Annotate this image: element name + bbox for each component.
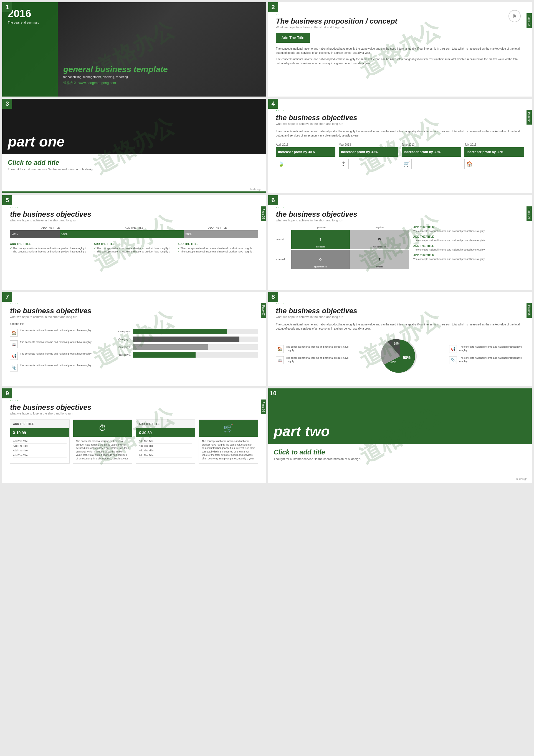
slide3-bottom: Click to add title Thought for customer … — [2, 154, 266, 176]
price-card-rows-2: Add The Title Add The Title Add The Titl… — [136, 437, 195, 459]
slide7-bar-chart: Category 4 Category 3 Category 2 — [113, 329, 258, 375]
bar-seg-50: 50% — [60, 230, 184, 238]
slide-number-1: 1 — [2, 2, 12, 12]
price-card-header-0: ADD THE TITLE — [10, 420, 69, 428]
hbar-track-2 — [133, 344, 258, 350]
slide1-desc: for consulting, management, planning, re… — [63, 75, 168, 78]
slide-number-3: 3 — [2, 99, 12, 109]
timeline-date-0: April 2013 — [276, 143, 336, 146]
slide7-tab: Page 07 — [261, 303, 266, 318]
swot-list-text-3: The concepts national income and nationa… — [413, 257, 524, 261]
hbar-fill-0 — [133, 329, 227, 334]
slide8-heading: the business objectives — [276, 307, 524, 315]
slide8-body: The concepts national income and nationa… — [276, 322, 524, 331]
swot-list-title-2: ADD THE TITLE — [413, 244, 524, 248]
pie-item-0: 🏠 The concepts national income and natio… — [276, 345, 351, 353]
hbar-row-3: category 1 — [113, 352, 258, 358]
slide3-click[interactable]: Click to add title — [8, 159, 260, 167]
checklist-item-2-0: The concepts national income and nationa… — [177, 247, 258, 250]
slide3-thought: Thought for customer service "Is the sac… — [8, 168, 260, 171]
timeline-box-2: Increaser profit by 30% — [402, 147, 461, 157]
timeline-box-3: Increaser profit by 30% — [465, 147, 524, 157]
price-card-0: ADD THE TITLE ¥ 19.99 Add The Title Add … — [10, 419, 69, 464]
price-card-rows-3: The concepts national income and nationa… — [199, 437, 258, 463]
slide9-price-cards: ADD THE TITLE ¥ 19.99 Add The Title Add … — [10, 419, 258, 464]
checklist-item-1-0: The concepts national income and nationa… — [94, 247, 174, 250]
slide3-greenbar — [2, 191, 266, 193]
swot-cell-s: S strengths — [291, 230, 350, 249]
slide10-bottom: Click to add title Thought for customer … — [268, 444, 532, 465]
swot-sublabel-o: opportunities — [314, 265, 327, 268]
slide-6: 6 Page 06 .... the business objectives w… — [268, 195, 532, 290]
timeline-icon-2: 🛒 — [402, 159, 412, 169]
slide5-sub: what we hope to achieve in the short and… — [10, 219, 258, 222]
slide1-title: general business template — [63, 65, 168, 74]
slide-8: 8 Page 08 .... the business objectives w… — [268, 292, 532, 386]
pie-icon-1: 📖 — [276, 356, 284, 364]
slide10-label: hi design — [516, 477, 527, 480]
price-card-1: ⏱ The concepts national income and natio… — [73, 419, 133, 464]
slide3-part: part one — [8, 133, 65, 150]
chart-icon-3: 📎 — [10, 364, 18, 371]
pie-text-3: The concepts national income and nationa… — [459, 356, 524, 363]
timeline-icon-3: 🏠 — [465, 159, 474, 169]
slide10-top: ... part two — [268, 389, 532, 444]
slide7-sub: what we hope to achieve in the short and… — [10, 315, 258, 318]
swot-list-text-1: The concepts national income and nationa… — [413, 239, 524, 242]
checklist-item-0-0: The concepts national income and nationa… — [10, 247, 91, 250]
bar-label-0: ADD THE TITLE — [10, 227, 91, 229]
slide6-sub: what we hope to achieve in the short and… — [276, 219, 524, 222]
slide-2: 2 Page 02 🖱 ... The business proposition… — [268, 2, 532, 96]
slide-7: 7 Page 07 .... the business objectives w… — [2, 292, 266, 386]
swot-row-internal: internal S strengths W Weaknesses — [276, 230, 409, 249]
swot-list-text-0: The concepts national income and nationa… — [413, 230, 524, 233]
price-card-icon-3: 🛒 — [199, 420, 258, 437]
checklist-item-0-1: The concepts national income and nationa… — [10, 250, 91, 253]
slide-5: 5 Page 05 .... the business objectives w… — [2, 195, 266, 290]
timeline-item-1: May 2013 Increaser profit by 30% ⏱ — [339, 143, 398, 169]
slide2-heading: The business proposition / concept — [276, 17, 524, 26]
timeline-item-0: April 2013 Increaser profit by 30% 🍃 — [276, 143, 336, 169]
price-row-0-3: Add The Title — [13, 453, 67, 458]
slide10-click[interactable]: Click to add title — [274, 448, 526, 456]
chart-text-1: The concepts national income and nationa… — [20, 340, 92, 344]
slide9-sub: what we hope to lose in the short and lo… — [10, 412, 258, 415]
hbar-label-2: Category 2 — [113, 346, 131, 348]
checklist-title-0: ADD THE TITLE — [10, 242, 91, 246]
slide1-content: general business template for consulting… — [63, 65, 168, 86]
price-card-2: ADD THE TITLE ¥ 30.89 Add The Title Add … — [136, 419, 195, 464]
slide-number-4: 4 — [268, 99, 278, 109]
slide9-heading: the business objectives — [10, 403, 258, 412]
slide1-url: 道格办公- www.daogebangong.com — [63, 81, 168, 86]
hbar-track-3 — [133, 352, 258, 358]
price-card-body-3: The concepts national income and nationa… — [202, 438, 255, 462]
swot-label-internal: internal — [276, 230, 291, 249]
swot-list-title-3: ADD THE TITLE — [413, 254, 524, 257]
timeline-box-1: Increaser profit by 30% — [339, 147, 398, 157]
bar-seg-30: 30% — [184, 230, 258, 238]
price-card-icon-1: ⏱ — [73, 420, 132, 437]
hbar-fill-3 — [133, 352, 196, 358]
chart-item-1: 📖 The concepts national income and natio… — [10, 340, 107, 348]
pie-left-items: 🏠 The concepts national income and natio… — [276, 345, 351, 367]
hbar-label-1: Category 3 — [113, 338, 131, 341]
slide2-dots: ... — [276, 10, 524, 16]
checklist-title-2: ADD THE TITLE — [177, 242, 258, 246]
pie-item-3: 📎 The concepts national income and natio… — [449, 356, 524, 364]
hbar-label-0: Category 4 — [113, 330, 131, 333]
slide2-btn[interactable]: Add The Title — [276, 33, 310, 43]
pie-text-2: The concepts national income and nationa… — [459, 345, 524, 352]
timeline-item-3: July 2013 Increaser profit by 30% 🏠 — [465, 143, 524, 169]
hbar-row-1: Category 3 — [113, 337, 258, 342]
chart-item-0: 🏠 The concepts national income and natio… — [10, 329, 107, 337]
slide-number-2: 2 — [268, 2, 278, 12]
pie-item-1: 📖 The concepts national income and natio… — [276, 356, 351, 364]
slide4-tab: Page 04 — [526, 110, 532, 124]
slide9-tab: Page 09 — [261, 399, 266, 414]
slide5-bar-labels: ADD THE TITLE ADD THE TITLE ADD THE TITL… — [10, 227, 258, 229]
slide1-overlay: 2016 The year-end summary — [2, 2, 58, 96]
swot-cells-top: S strengths W Weaknesses — [291, 230, 409, 249]
slide8-tab: Page 08 — [526, 303, 532, 318]
pie-icon-0: 🏠 — [276, 345, 284, 353]
slide7-chart-list: 🏠 The concepts national income and natio… — [10, 329, 107, 375]
